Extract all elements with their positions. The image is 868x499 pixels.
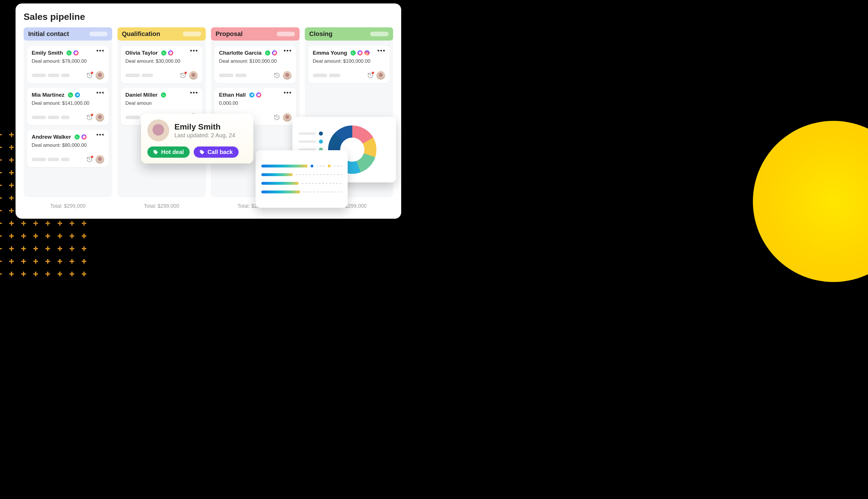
deal-popover: Emily Smith Last updated: 2 Aug, 24 Hot … [141, 114, 253, 163]
whatsapp-icon [265, 50, 270, 56]
alert-dot [184, 72, 187, 74]
deal-name: Ethan Hall [219, 92, 246, 98]
legend-bar [299, 132, 316, 135]
card-menu-icon[interactable]: ••• [190, 91, 198, 94]
popover-subtitle: Last updated: 2 Aug, 24 [174, 132, 235, 139]
messenger-icon [73, 50, 78, 56]
column-header[interactable]: Proposal [211, 27, 299, 40]
owner-avatar[interactable] [283, 71, 292, 80]
bar-row [261, 173, 342, 176]
history-icon[interactable] [86, 114, 93, 121]
deal-name: Andrew Walker [32, 134, 71, 140]
deal-card[interactable]: Emma Young•••Deal amount: $100,000.00 [308, 46, 390, 83]
whatsapp-icon [351, 50, 356, 56]
bar-row [261, 191, 342, 193]
tag-placeholders [125, 74, 153, 77]
bars-analytics-card [256, 150, 348, 208]
column-pill [370, 32, 389, 36]
tag-placeholders [219, 74, 247, 77]
messenger-icon [357, 50, 363, 56]
history-icon[interactable] [274, 72, 280, 78]
column-pill [277, 32, 295, 36]
legend-row [299, 132, 323, 135]
history-icon[interactable] [367, 72, 374, 78]
alert-dot [91, 156, 93, 158]
card-menu-icon[interactable]: ••• [190, 49, 198, 52]
bar-fill [261, 165, 308, 168]
history-icon[interactable] [274, 114, 280, 121]
column-header[interactable]: Initial contact [24, 27, 112, 40]
bg-yellow-blob [753, 121, 868, 282]
deal-amount: Deal amount: $80,000.00 [32, 143, 104, 148]
bar-track [302, 183, 342, 184]
deal-channels [161, 50, 173, 56]
hot-deal-tag[interactable]: Hot deal [147, 146, 190, 158]
deal-amount: Deal amount: $100,000.00 [219, 58, 292, 64]
deal-card[interactable]: Mia Martinez•••Deal amount: $141,000.00 [27, 88, 109, 125]
deal-channels [265, 50, 277, 56]
deal-name: Mia Martinez [32, 92, 64, 98]
tag-icon [199, 150, 205, 155]
owner-avatar[interactable] [96, 155, 104, 164]
whatsapp-icon [161, 50, 166, 56]
history-icon[interactable] [86, 156, 93, 162]
owner-avatar[interactable] [189, 71, 198, 80]
history-icon[interactable] [86, 72, 93, 78]
alert-dot [91, 114, 93, 116]
deal-name: Emily Smith [32, 50, 63, 56]
history-icon[interactable] [180, 72, 186, 78]
card-menu-icon[interactable]: ••• [96, 49, 105, 52]
bar-track [333, 166, 342, 166]
card-menu-icon[interactable]: ••• [377, 49, 386, 52]
column-initial: Initial contactEmily Smith•••Deal amount… [24, 27, 112, 197]
deal-amount: Deal amount: $30,000.00 [125, 58, 198, 64]
column-header[interactable]: Closing [305, 27, 393, 40]
deal-channels [68, 93, 80, 98]
card-menu-icon[interactable]: ••• [283, 91, 292, 94]
deal-name: Daniel Miller [125, 92, 158, 98]
owner-avatar[interactable] [96, 71, 104, 80]
deal-card[interactable]: Charlotte Garcia•••Deal amount: $100,000… [215, 46, 296, 83]
column-pill [89, 32, 108, 36]
card-footer [32, 71, 104, 80]
card-menu-icon[interactable]: ••• [283, 49, 292, 52]
legend-dot-icon [319, 139, 323, 144]
column-header[interactable]: Qualification [118, 27, 206, 40]
call-back-label: Call back [208, 149, 233, 155]
bar-track [303, 192, 342, 192]
bar-track [316, 166, 325, 166]
card-menu-icon[interactable]: ••• [96, 133, 105, 136]
deal-card[interactable]: Andrew Walker•••Deal amount: $80,000.00 [27, 130, 109, 167]
tag-placeholders [313, 74, 341, 77]
bar-fill [261, 182, 299, 185]
deal-channels [161, 93, 166, 98]
column-total: Total: $299,000 [118, 203, 206, 209]
deal-amount: Deal amoun [125, 100, 198, 106]
deal-amount: Deal amount: $78,000.00 [32, 58, 104, 64]
deal-amount: Deal amount: $100,000.00 [313, 58, 386, 64]
popover-name: Emily Smith [174, 122, 235, 132]
card-footer [219, 71, 292, 80]
popover-avatar [147, 119, 169, 141]
deal-amount: Deal amount: $141,000.00 [32, 100, 104, 106]
column-total: Total: $299,000 [24, 203, 112, 209]
whatsapp-icon [68, 93, 73, 98]
bar-row [261, 165, 342, 168]
bar-fill [261, 173, 293, 176]
card-footer [125, 71, 198, 80]
svg-point-1 [366, 52, 367, 53]
deal-name: Olivia Taylor [125, 50, 158, 56]
legend-dot-icon [319, 132, 323, 135]
hot-deal-label: Hot deal [161, 149, 184, 155]
card-footer [32, 113, 104, 122]
bar-track [296, 174, 342, 175]
card-menu-icon[interactable]: ••• [96, 91, 105, 94]
deal-card[interactable]: Olivia Taylor•••Deal amount: $30,000.00 [121, 46, 203, 83]
owner-avatar[interactable] [96, 113, 104, 122]
call-back-tag[interactable]: Call back [194, 146, 239, 158]
owner-avatar[interactable] [283, 113, 292, 122]
deal-card[interactable]: Emily Smith•••Deal amount: $78,000.00 [27, 46, 109, 83]
messenger-icon [168, 50, 173, 56]
column-qual: QualificationOlivia Taylor•••Deal amount… [118, 27, 206, 197]
owner-avatar[interactable] [377, 71, 385, 80]
